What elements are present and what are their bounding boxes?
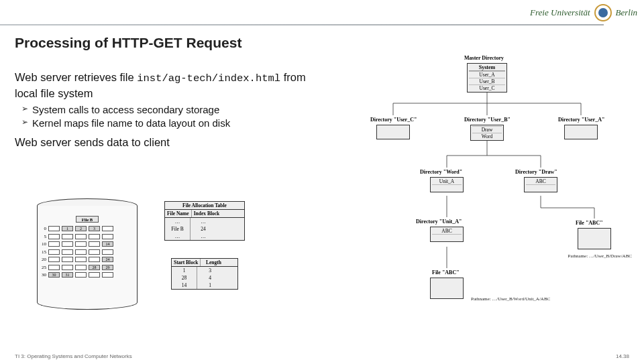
file-abc-l-label: File "ABC": [432, 269, 460, 276]
file-abc-l-box: [430, 278, 464, 299]
unitA-box: ABC: [430, 227, 464, 242]
userA-label: Directory "User_A": [558, 117, 604, 123]
userC-box: [376, 125, 410, 139]
pathname-1: Pathname: …/User_B/Draw/ABC: [568, 253, 632, 259]
brand-seal-icon: [594, 4, 612, 21]
body-2: Web server sends data to client: [15, 135, 323, 149]
disk-diagram: File B 0123 5 1014 15 2024 252829 303031…: [37, 194, 305, 322]
disk-cylinder-icon: File B 0123 5 1014 15 2024 252829 303031: [37, 198, 138, 311]
draw-label: Directory "Draw": [515, 169, 557, 175]
userB-box: Draw Word: [470, 125, 504, 141]
brand-city: Berlin: [616, 7, 638, 18]
slide-footer: TI 3: Operating Systems and Computer Net…: [15, 353, 629, 359]
header-divider: [0, 24, 604, 25]
draw-box: ABC: [524, 177, 557, 192]
word-label: Directory "Word": [420, 169, 462, 175]
slide-title: Processing of HTTP-GET Request: [15, 35, 644, 51]
extent-table: Start BlockLength 13 284 141: [171, 258, 238, 290]
fat-table: File Allocation Table File NameIndex Blo…: [164, 201, 245, 241]
body-code: inst/ag-tech/index.html: [137, 72, 280, 84]
word-box: Unit_A: [430, 177, 464, 192]
body-pre: Web server retrieves file: [15, 71, 137, 83]
master-dir-label: Master Directory: [464, 55, 504, 61]
slide-body: Web server retrieves file inst/ag-tech/i…: [15, 70, 323, 149]
userC-label: Directory "User_C": [370, 117, 417, 123]
file-abc-r-box: [578, 228, 611, 249]
brand-name: Freie Universität: [530, 7, 590, 18]
directory-tree-diagram: Master Directory System User_A User_B Us…: [339, 55, 635, 320]
userA-box: [564, 125, 598, 139]
footer-right: 14.38: [616, 353, 629, 359]
footer-left: TI 3: Operating Systems and Computer Net…: [15, 353, 132, 359]
userB-label: Directory "User_B": [464, 117, 511, 123]
unitA-label: Directory "Unit_A": [416, 219, 462, 225]
bullet-1: System calls to access secondary storage: [21, 103, 323, 117]
file-abc-r-label: File "ABC": [576, 220, 603, 226]
pathname-2: Pathname: …/User_B/Word/Unit_A/ABC: [471, 296, 550, 302]
master-dir-box: System User_A User_B User_C: [467, 63, 507, 93]
bullet-2: Kernel maps file name to data layout on …: [21, 117, 323, 130]
